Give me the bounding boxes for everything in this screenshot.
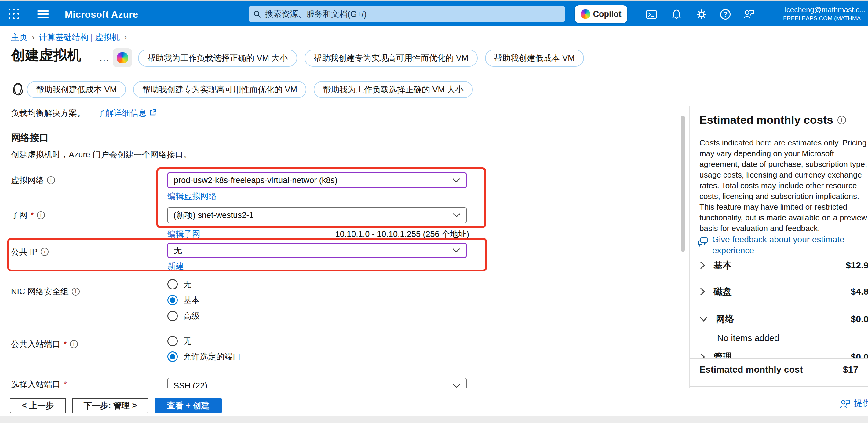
edit-vnet-link[interactable]: 编辑虚拟网络 (167, 191, 217, 202)
copilot-suggestion-chips-row1: 帮助我为工作负载选择正确的 VM 大小 帮助我创建专为实现高可用性而优化的 VM… (138, 50, 584, 67)
public-ip-value: 无 (174, 245, 182, 256)
footer-feedback-link[interactable]: 提供 (839, 397, 868, 410)
footer-feedback-label: 提供 (854, 398, 868, 409)
info-icon[interactable] (72, 288, 80, 295)
feedback-person-icon (839, 397, 851, 410)
cost-row-disk[interactable]: 磁盘 $4.8 (700, 285, 868, 298)
section-title-network-interface: 网络接口 (11, 132, 49, 144)
breadcrumb: 主页 › 计算基础结构 | 虚拟机 › (11, 32, 127, 43)
account-tenant: FREELEAPS.COM (MATHMA... (774, 15, 866, 22)
info-icon[interactable] (837, 116, 846, 124)
cloud-shell-icon[interactable] (645, 7, 658, 21)
copilot-logo-icon (581, 9, 590, 19)
intro-text: 负载均衡解决方案。 (11, 109, 85, 118)
copilot-tile-button[interactable] (113, 48, 132, 67)
copilot-suggestion-chips-row2: 帮助我创建低成本 VM 帮助我创建专为实现高可用性而优化的 VM 帮助我为工作负… (27, 81, 473, 98)
hamburger-menu-icon[interactable] (37, 10, 49, 18)
chip-low-cost-vm[interactable]: 帮助我创建低成本 VM (485, 50, 584, 67)
radio-icon (167, 311, 178, 321)
cost-row-basic[interactable]: 基本 $12.9 (700, 259, 868, 272)
help-icon[interactable]: ? (718, 7, 733, 21)
radio-selected-icon (167, 351, 178, 362)
search-input[interactable] (265, 9, 561, 19)
info-icon[interactable] (47, 176, 55, 184)
app-launcher-icon[interactable] (8, 8, 20, 20)
vertical-scrollbar-thumb[interactable] (681, 115, 685, 252)
vnet-value: prod-usw2-k8s-freeleaps-virtual-networ (… (174, 176, 338, 185)
public-ip-dropdown[interactable]: 无 (167, 243, 467, 258)
create-new-public-ip-link[interactable]: 新建 (167, 260, 184, 272)
edit-subnet-link[interactable]: 编辑子网 (167, 229, 200, 239)
copilot-button[interactable]: Copilot (575, 5, 627, 23)
estimated-total-label: Estimated monthly cost (700, 364, 843, 375)
chevron-right-icon (700, 261, 706, 270)
subnet-address-range: 10.10.1.0 - 10.10.1.255 (256 个地址) (275, 229, 469, 239)
cost-disclaimer: Costs indicated here are estimates only.… (700, 138, 868, 234)
azure-top-bar: Microsoft Azure Copilot (0, 1, 868, 26)
give-feedback-link[interactable]: Give feedback about your estimate experi… (698, 234, 863, 256)
copilot-outline-icon (10, 82, 25, 96)
search-icon (253, 10, 261, 18)
subnet-label: 子网 * (11, 210, 45, 221)
inbound-ports-label: 公共入站端口 * (11, 339, 78, 350)
breadcrumb-virtual-machines[interactable]: 计算基础结构 | 虚拟机 (39, 32, 120, 43)
public-ip-label: 公共 IP (11, 246, 49, 257)
copilot-button-label: Copilot (593, 9, 622, 19)
radio-selected-icon (167, 295, 178, 305)
account-menu[interactable]: icecheng@mathmast.c... FREELEAPS.COM (MA… (774, 5, 866, 22)
nsg-radio-none[interactable]: 无 (167, 279, 191, 290)
window-edge (0, 416, 868, 423)
chip-low-cost-vm[interactable]: 帮助我创建低成本 VM (27, 81, 126, 98)
load-balancing-text: 负载均衡解决方案。 了解详细信息 (11, 108, 157, 120)
subnet-dropdown[interactable]: (新项) snet-westus2-1 (167, 207, 467, 223)
chip-right-vm-size[interactable]: 帮助我为工作负载选择正确的 VM 大小 (314, 81, 473, 98)
chevron-right-icon (700, 287, 706, 296)
chip-high-availability-vm[interactable]: 帮助我创建专为实现高可用性而优化的 VM (133, 81, 306, 98)
vnet-dropdown[interactable]: prod-usw2-k8s-freeleaps-virtual-networ (… (167, 172, 467, 188)
page-title: 创建虚拟机 (11, 46, 81, 65)
brand-title: Microsoft Azure (65, 9, 138, 20)
global-search[interactable] (249, 6, 565, 22)
chip-right-vm-size[interactable]: 帮助我为工作负载选择正确的 VM 大小 (138, 50, 297, 67)
chip-high-availability-vm[interactable]: 帮助我创建专为实现高可用性而优化的 VM (305, 50, 478, 67)
chevron-down-icon (452, 178, 460, 183)
info-icon[interactable] (41, 248, 49, 256)
nsg-radio-basic[interactable]: 基本 (167, 294, 200, 306)
cost-row-network[interactable]: 网络 $0.0 (700, 312, 868, 326)
section-description: 创建虚拟机时，Azure 门户会创建一个网络接口。 (11, 149, 191, 160)
feedback-person-icon[interactable] (742, 7, 755, 21)
settings-gear-icon[interactable] (694, 7, 709, 21)
info-icon[interactable] (37, 211, 45, 219)
account-email: icecheng@mathmast.c... (774, 5, 866, 15)
chevron-down-icon (452, 248, 460, 253)
breadcrumb-separator-icon: › (124, 32, 127, 42)
copilot-logo-icon (117, 52, 128, 63)
subnet-value: (新项) snet-westus2-1 (174, 210, 254, 221)
vnet-label: 虚拟网络 (11, 175, 55, 186)
network-no-items-note: No items added (717, 333, 779, 343)
next-step-management-button[interactable]: 下一步: 管理 > (72, 398, 149, 413)
inbound-radio-none[interactable]: 无 (167, 336, 191, 346)
chevron-down-icon (453, 213, 461, 218)
external-link-icon (149, 109, 157, 116)
review-create-button[interactable]: 查看 + 创建 (155, 398, 222, 413)
learn-more-link[interactable]: 了解详细信息 (97, 109, 147, 118)
info-icon[interactable] (70, 340, 78, 348)
inbound-radio-allow-selected[interactable]: 允许选定的端口 (167, 351, 241, 362)
wizard-footer: < 上一步 下一步: 管理 > 查看 + 创建 提供 (0, 388, 868, 416)
more-menu-button[interactable]: … (99, 51, 110, 63)
breadcrumb-home[interactable]: 主页 (11, 32, 28, 43)
divider (690, 386, 868, 387)
breadcrumb-separator-icon: › (32, 32, 34, 42)
nsg-label: NIC 网络安全组 (11, 286, 80, 297)
previous-step-button[interactable]: < 上一步 (10, 398, 66, 413)
estimated-total-amount: $17 (843, 364, 858, 375)
estimated-total-band: Estimated monthly cost $17 (690, 359, 868, 386)
nsg-radio-advanced[interactable]: 高级 (167, 311, 200, 321)
chevron-down-icon (700, 316, 708, 322)
notifications-bell-icon[interactable] (670, 7, 684, 21)
radio-icon (167, 279, 178, 289)
required-asterisk: * (31, 210, 34, 220)
required-asterisk: * (64, 340, 67, 349)
radio-icon (167, 336, 178, 346)
